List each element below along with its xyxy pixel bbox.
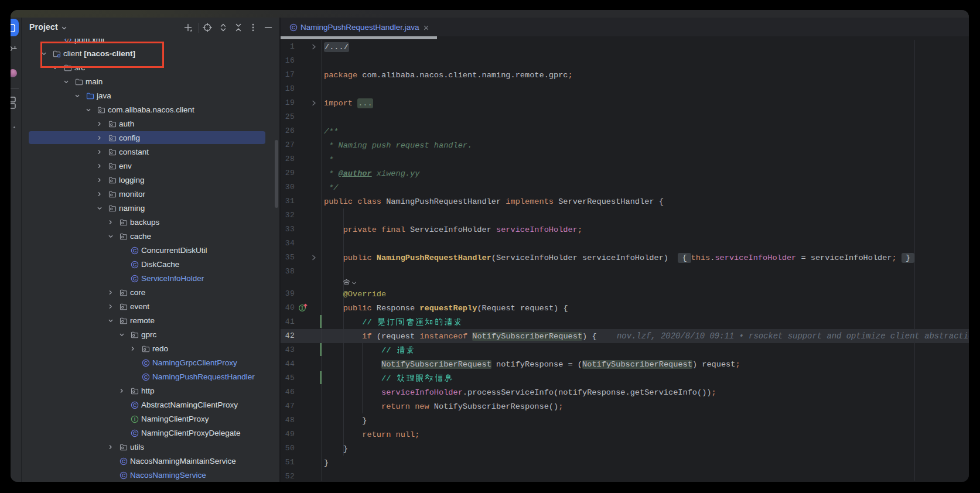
svg-text:C: C — [133, 262, 137, 268]
svg-text:C: C — [144, 360, 148, 366]
svg-text:C: C — [133, 248, 137, 254]
svg-text:C: C — [122, 458, 126, 464]
svg-text:C: C — [133, 402, 137, 408]
svg-text:C: C — [133, 430, 137, 436]
svg-text:C: C — [133, 276, 137, 282]
svg-text:C: C — [292, 25, 296, 30]
svg-text:C: C — [144, 374, 148, 380]
svg-text:C: C — [122, 473, 126, 478]
svg-text:I: I — [134, 416, 136, 422]
